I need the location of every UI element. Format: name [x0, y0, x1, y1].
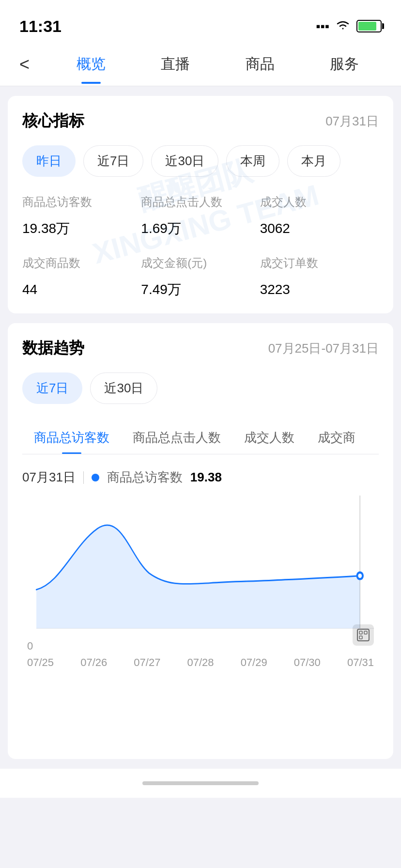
chart-y-zero: 0 [27, 640, 33, 652]
trend-filter-buttons: 近7日 近30日 [22, 372, 379, 404]
screenshot-icon[interactable] [353, 624, 374, 646]
x-label-3: 07/28 [187, 656, 214, 669]
metric-total-visitors: 商品总访客数 19.38万 [22, 194, 141, 238]
filter-7days[interactable]: 近7日 [83, 145, 143, 177]
wifi-icon [335, 19, 351, 34]
metric-label-3: 成交商品数 [22, 255, 141, 271]
tab-products[interactable]: 商品 [241, 45, 279, 84]
tab-service[interactable]: 服务 [325, 45, 364, 84]
metric-value-4: 7.49万 [141, 275, 260, 299]
tab-live[interactable]: 直播 [156, 45, 195, 84]
metric-label-4: 成交金额(元) [141, 255, 260, 271]
svg-point-3 [358, 574, 362, 578]
svg-rect-5 [359, 631, 362, 634]
metric-label-0: 商品总访客数 [22, 194, 141, 210]
filter-yesterday[interactable]: 昨日 [22, 145, 76, 177]
chart-legend: 商品总访客数 [107, 469, 183, 486]
chart-container: 0 07/25 07/26 07/27 07/28 07/29 07/30 07… [22, 496, 379, 680]
trend-tab-products[interactable]: 成交商 [306, 421, 367, 454]
metric-transactions: 成交人数 3062 [260, 194, 379, 238]
trend-tabs: 商品总访客数 商品总点击人数 成交人数 成交商 [22, 421, 379, 454]
data-trend-card: 数据趋势 07月25日-07月31日 近7日 近30日 商品总访客数 商品总点击… [8, 323, 393, 759]
x-label-4: 07/29 [241, 656, 267, 669]
trend-card-header: 数据趋势 07月25日-07月31日 [22, 338, 379, 359]
trend-tab-clicks[interactable]: 商品总点击人数 [121, 421, 232, 454]
signal-icon: ▪▪▪ [316, 19, 329, 34]
status-time: 11:31 [19, 17, 62, 36]
x-label-5: 07/30 [294, 656, 321, 669]
nav-tabs: 概览 直播 商品 服务 [49, 45, 386, 84]
chart-svg [22, 496, 379, 651]
trend-filter-30days[interactable]: 近30日 [90, 372, 157, 404]
trend-tab-visitors[interactable]: 商品总访客数 [22, 421, 121, 454]
metric-value-5: 3223 [260, 275, 379, 299]
chart-dot [92, 474, 99, 481]
trend-date-range: 07月25日-07月31日 [268, 340, 379, 357]
status-bar: 11:31 ▪▪▪ [0, 0, 401, 43]
metric-revenue: 成交金额(元) 7.49万 [141, 255, 260, 299]
core-metrics-card: 醒醒团队 XINGXING TEAM 核心指标 07月31日 昨日 近7日 近3… [8, 96, 393, 313]
metric-products-sold: 成交商品数 44 [22, 255, 141, 299]
core-metrics-title: 核心指标 [22, 110, 84, 132]
x-label-6: 07/31 [347, 656, 374, 669]
metric-label-2: 成交人数 [260, 194, 379, 210]
metric-label-1: 商品总点击人数 [141, 194, 260, 210]
status-icons: ▪▪▪ [316, 19, 382, 34]
x-label-0: 07/25 [27, 656, 54, 669]
svg-rect-6 [364, 631, 367, 634]
back-button[interactable]: < [15, 49, 34, 79]
metric-orders: 成交订单数 3223 [260, 255, 379, 299]
chart-header: 07月31日 商品总访客数 19.38 [22, 469, 379, 486]
card-header: 核心指标 07月31日 [22, 110, 379, 132]
svg-rect-4 [357, 629, 369, 641]
trend-tab-transactions[interactable]: 成交人数 [232, 421, 306, 454]
metric-value-0: 19.38万 [22, 214, 141, 238]
trend-filter-7days[interactable]: 近7日 [22, 372, 82, 404]
metric-total-clicks: 商品总点击人数 1.69万 [141, 194, 260, 238]
filter-thisweek[interactable]: 本周 [226, 145, 279, 177]
home-indicator [0, 769, 401, 798]
chart-x-labels: 07/25 07/26 07/27 07/28 07/29 07/30 07/3… [22, 652, 379, 669]
x-label-2: 07/27 [134, 656, 160, 669]
metric-value-3: 44 [22, 275, 141, 299]
core-metrics-date: 07月31日 [325, 113, 379, 130]
metric-value-2: 3062 [260, 214, 379, 238]
metrics-grid: 商品总访客数 19.38万 商品总点击人数 1.69万 成交人数 3062 成交… [22, 194, 379, 299]
filter-buttons: 昨日 近7日 近30日 本周 本月 [22, 145, 379, 177]
battery-fill [358, 22, 376, 31]
home-bar [142, 781, 259, 785]
nav-bar: < 概览 直播 商品 服务 [0, 43, 401, 86]
trend-title: 数据趋势 [22, 338, 84, 359]
chart-date: 07月31日 [22, 469, 76, 486]
x-label-1: 07/26 [80, 656, 107, 669]
metric-value-1: 1.69万 [141, 214, 260, 238]
battery-icon [356, 20, 382, 32]
chart-current-value: 19.38 [190, 470, 222, 485]
tab-overview[interactable]: 概览 [72, 45, 110, 84]
metric-label-5: 成交订单数 [260, 255, 379, 271]
filter-thismonth[interactable]: 本月 [287, 145, 340, 177]
svg-rect-7 [359, 636, 362, 639]
filter-30days[interactable]: 近30日 [151, 145, 218, 177]
